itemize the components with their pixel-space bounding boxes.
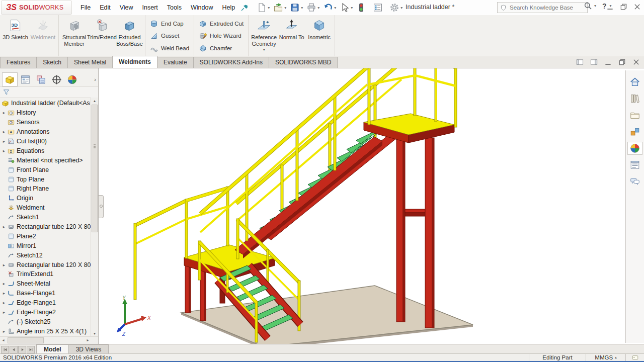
scroll-right-icon[interactable]: ▸ <box>85 337 91 344</box>
dropdown-caret-icon[interactable]: ▾ <box>400 6 403 10</box>
tree-item[interactable]: ▸ Weldment <box>0 203 91 213</box>
library-button[interactable] <box>627 92 642 105</box>
last-tab-button[interactable] <box>27 346 35 353</box>
doc-minimize-button[interactable] <box>604 58 612 66</box>
scroll-left-icon[interactable]: ◂ <box>0 337 7 344</box>
expander-icon[interactable]: ▸ <box>2 281 7 286</box>
menu-item[interactable]: Window <box>186 1 217 15</box>
restore-button[interactable] <box>620 3 627 11</box>
command-manager-tab[interactable]: SOLIDWORKS MBD <box>269 57 338 68</box>
dimxpertmanager-tab[interactable] <box>49 72 64 86</box>
tree-item[interactable]: ▸ (-) Sketch25 <box>0 317 91 326</box>
propertymanager-tab[interactable] <box>18 72 33 86</box>
tree-item[interactable]: ▸ Rectangular tube 120 X 80 X <box>0 222 91 232</box>
units-selector[interactable]: MMGS▴ <box>586 354 625 361</box>
folder-button[interactable] <box>627 109 642 122</box>
rebuild-button[interactable]: ▾ <box>355 2 370 13</box>
weld-bead-button[interactable]: Weld Bead <box>150 43 189 54</box>
tree-item[interactable]: ▸ Mirror1 <box>0 241 91 250</box>
tree-item[interactable]: ▸ Sketch1 <box>0 213 91 222</box>
expander-icon[interactable]: ▸ <box>2 129 7 134</box>
appearances-button[interactable] <box>627 142 642 155</box>
upper-platform[interactable] <box>364 68 457 143</box>
command-manager-tab[interactable]: Sheet Metal <box>67 57 113 68</box>
menu-item[interactable]: Edit <box>95 1 115 15</box>
dropdown-caret-icon[interactable]: ▾ <box>351 6 353 10</box>
forum-button[interactable] <box>627 175 642 188</box>
dropdown-caret-icon[interactable]: ▾ <box>268 6 270 10</box>
menu-item[interactable]: Insert <box>138 1 163 15</box>
settings-button[interactable]: ▾ <box>388 2 404 13</box>
document-tab[interactable]: 3D Views <box>68 344 109 354</box>
command-manager-tab[interactable]: Weldments <box>112 56 157 68</box>
configurationmanager-tab[interactable] <box>33 72 49 86</box>
end-cap-button[interactable]: End Cap <box>150 18 184 29</box>
tree-item[interactable]: ▸ History <box>0 108 91 118</box>
graphics-viewport[interactable]: Y X Z <box>99 68 644 344</box>
tag-button[interactable] <box>625 354 644 361</box>
hole-wizard-button[interactable]: Hole Wizard <box>199 30 242 41</box>
tree-item[interactable]: ▸ Angle iron 25 X 25 X 4(1) <box>0 326 91 336</box>
first-tab-button[interactable] <box>1 346 9 353</box>
tree-root-item[interactable]: Industrial ladder (Default<As Ma <box>0 99 91 108</box>
dropdown-caret-icon[interactable]: ▾ <box>263 47 265 52</box>
support-tower[interactable] <box>396 133 434 328</box>
tree-item[interactable]: ▸ Origin <box>0 194 91 203</box>
tree-item[interactable]: ▸ Edge-Flange1 <box>0 298 91 308</box>
doc-restore-button[interactable] <box>618 58 626 66</box>
tree-item[interactable]: ▸ Front Plane <box>0 165 91 174</box>
expander-icon[interactable]: ▸ <box>2 110 7 115</box>
normal-to-button[interactable]: Normal To <box>278 16 305 41</box>
extruded-cut-button[interactable]: Extruded Cut <box>199 18 244 29</box>
platform-left-railing[interactable] <box>134 201 186 300</box>
next-tab-button[interactable] <box>18 346 26 353</box>
search-box[interactable] <box>497 2 588 13</box>
expander-icon[interactable]: ▸ <box>2 300 7 305</box>
tree-item[interactable]: ▸ Sheet-Metal <box>0 279 91 289</box>
expander-icon[interactable]: ▸ <box>2 139 7 144</box>
new-button[interactable]: ▾ <box>256 2 271 13</box>
expander-icon[interactable]: ▸ <box>2 262 7 267</box>
menu-item[interactable]: File <box>76 1 95 15</box>
collapse-pane-left-icon[interactable] <box>576 58 584 66</box>
scrollbar-thumb[interactable] <box>92 105 98 232</box>
dropdown-caret-icon[interactable]: ▾ <box>301 6 303 10</box>
scroll-up-icon[interactable]: ▴ <box>91 98 98 104</box>
expander-icon[interactable]: ▸ <box>2 310 7 315</box>
tree-item[interactable]: ▸ Plane2 <box>0 231 91 241</box>
tree-item[interactable]: ▸ Equations <box>0 146 91 155</box>
save-button[interactable]: ▾ <box>289 2 304 13</box>
menu-item[interactable]: Help <box>218 1 240 15</box>
tree-item[interactable]: ▸ Material <not specified> <box>0 155 91 165</box>
dropdown-caret-icon[interactable]: ▾ <box>317 6 319 10</box>
previous-tab-button[interactable] <box>10 346 18 353</box>
3d-sketch-button[interactable]: 3D Sketch <box>2 16 29 41</box>
structural-member-button[interactable]: Structural Member <box>60 16 88 47</box>
weldment-button[interactable]: Weldment <box>29 16 57 41</box>
tree-filter-bar[interactable] <box>0 86 98 98</box>
command-manager-tab[interactable]: Evaluate <box>157 57 194 68</box>
tree-horizontal-scrollbar[interactable]: ◂ ▸ <box>0 336 98 344</box>
menu-item[interactable]: View <box>115 1 138 15</box>
command-manager-tab[interactable]: SOLIDWORKS Add-Ins <box>193 57 269 68</box>
tree-item[interactable]: ▸ Base-Flange1 <box>0 289 91 298</box>
dropdown-caret-icon[interactable]: ▾ <box>284 6 286 10</box>
print-button[interactable]: ▾ <box>305 2 320 13</box>
featuremanager-tab[interactable] <box>2 72 18 86</box>
search-caret-icon[interactable]: ▾ <box>594 4 596 8</box>
options-button[interactable]: ▾ <box>372 2 387 13</box>
displaymanager-tab[interactable] <box>64 72 80 86</box>
tree-item[interactable]: ▸ Annotations <box>0 127 91 137</box>
select-button[interactable]: ▾ <box>339 2 354 13</box>
pin-icon[interactable] <box>240 4 249 12</box>
panel-tabs-overflow-button[interactable]: › <box>94 76 96 82</box>
tree-item[interactable]: ▸ Right Plane <box>0 184 91 194</box>
dropdown-caret-icon[interactable]: ▾ <box>334 6 336 10</box>
tree-item[interactable]: ▸ Trim/Extend1 <box>0 269 91 279</box>
open-button[interactable]: ▾ <box>272 2 287 13</box>
properties-button[interactable] <box>627 158 642 171</box>
scrollbar-thumb[interactable] <box>8 337 44 343</box>
isometric-button[interactable]: Isometric <box>305 16 333 41</box>
doc-close-button[interactable] <box>632 58 640 66</box>
gusset-button[interactable]: Gusset <box>150 30 179 41</box>
